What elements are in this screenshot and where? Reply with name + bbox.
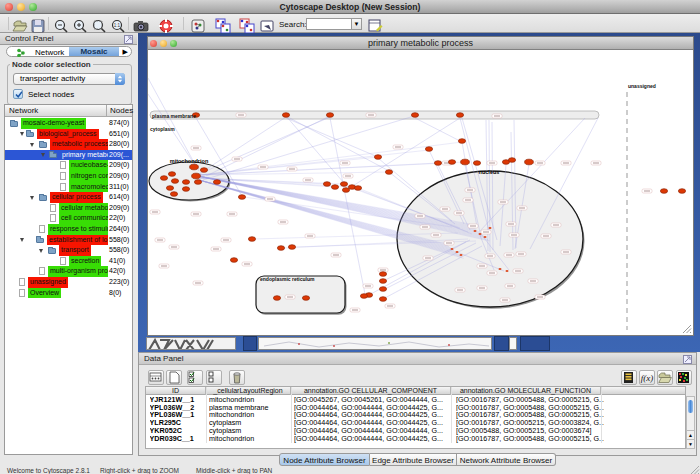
svg-text:unassigned: unassigned (628, 83, 656, 89)
svg-text:cytoplasm: cytoplasm (150, 126, 175, 132)
svg-text:plasma membrane: plasma membrane (152, 113, 196, 119)
svg-text:endoplasmic reticulum: endoplasmic reticulum (260, 276, 315, 282)
svg-text:mitochondrion: mitochondrion (170, 158, 209, 164)
svg-text:f(x): f(x) (641, 373, 654, 383)
svg-text:nucleus: nucleus (479, 169, 500, 175)
svg-text:1:1: 1:1 (114, 23, 121, 28)
